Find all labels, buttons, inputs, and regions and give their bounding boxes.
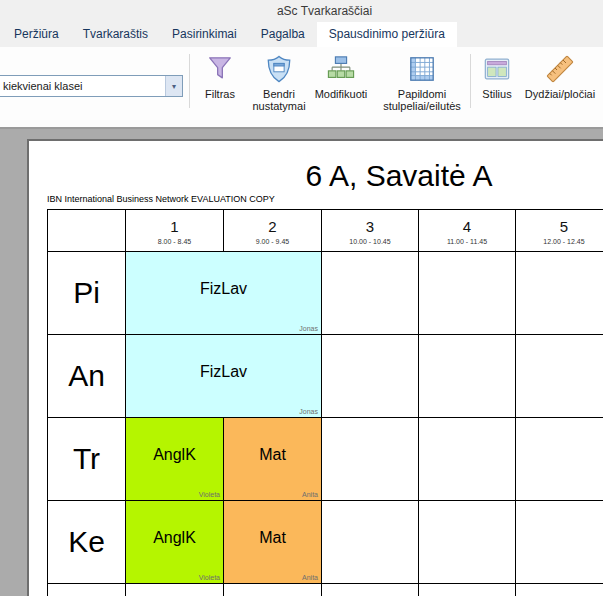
empty-cell	[516, 418, 603, 501]
tab-pasirinkimai[interactable]: Pasirinkimai	[160, 22, 249, 47]
period-time: 9.00 - 9.45	[224, 238, 321, 245]
ribbon-toolbar: kiekvienai klasei ▾ Filtras Bendri nusta…	[0, 47, 603, 127]
empty-cell	[322, 501, 419, 584]
toolbar-separator	[189, 54, 190, 108]
lesson-teacher: Jonas	[299, 325, 318, 332]
period-number: 4	[419, 218, 515, 235]
bendri-nustatymai-button[interactable]: Bendri nustatymai	[248, 52, 310, 112]
lesson-teacher: Violeta	[199, 491, 220, 498]
empty-cell	[516, 501, 603, 584]
lesson-subject: Mat	[224, 446, 321, 464]
grid-icon	[408, 52, 436, 86]
corner-cell	[48, 210, 126, 252]
period-time: 11.00 - 11.45	[419, 238, 515, 245]
class-filter-value: kiekvienai klasei	[0, 80, 165, 92]
window-style-icon	[483, 52, 511, 86]
org-chart-icon	[327, 52, 355, 86]
column-header: 3 10.00 - 10.45	[322, 210, 419, 252]
funnel-icon	[206, 52, 234, 86]
empty-cell	[322, 584, 419, 596]
papildomi-stulpeliai-button[interactable]: Papildomi stulpeliai/eilutės	[376, 52, 468, 112]
empty-cell	[126, 584, 224, 596]
lesson-cell[interactable]: AnglK Violeta	[126, 501, 224, 584]
tab-pagalba[interactable]: Pagalba	[249, 22, 317, 47]
button-label: Stilius	[482, 88, 511, 100]
lesson-cell[interactable]: FizLav Jonas	[126, 335, 322, 418]
titlebar: aSc Tvarkaraščiai	[0, 0, 603, 22]
day-label: An	[48, 335, 126, 418]
lesson-subject: FizLav	[126, 363, 321, 381]
period-number: 5	[516, 218, 603, 235]
button-label: Filtras	[205, 88, 235, 100]
period-time: 8.00 - 8.45	[126, 238, 223, 245]
tab-spausdinimo-perziura[interactable]: Spausdinimo peržiūra	[317, 22, 457, 47]
evaluation-watermark: IBN International Business Network EVALU…	[47, 194, 275, 204]
table-row: Pi FizLav Jonas	[48, 252, 603, 335]
period-time: 12.00 - 12.45	[516, 238, 603, 245]
day-label: Pi	[48, 252, 126, 335]
table-row: Tr AnglK Violeta Mat Anita	[48, 418, 603, 501]
empty-cell	[322, 418, 419, 501]
empty-cell	[419, 335, 516, 418]
lesson-cell[interactable]: AnglK Violeta	[126, 418, 224, 501]
column-header: 2 9.00 - 9.45	[224, 210, 322, 252]
period-number: 3	[322, 218, 418, 235]
period-number: 2	[224, 218, 321, 235]
empty-cell	[322, 335, 419, 418]
lesson-teacher: Violeta	[199, 574, 220, 581]
class-filter-dropdown[interactable]: kiekvienai klasei ▾	[0, 75, 183, 97]
button-label: Modifikuoti	[315, 88, 368, 100]
button-label: Dydžiai/pločiai	[525, 88, 595, 100]
lesson-teacher: Jonas	[299, 408, 318, 415]
timetable-grid: 1 8.00 - 8.45 2 9.00 - 9.45 3 10.00 - 10…	[47, 209, 603, 596]
lesson-subject: Mat	[224, 529, 321, 547]
filtras-button[interactable]: Filtras	[192, 52, 248, 100]
app-window: aSc Tvarkaraščiai Peržiūra Tvarkaraštis …	[0, 0, 603, 596]
app-title: aSc Tvarkaraščiai	[277, 4, 372, 18]
empty-cell	[419, 584, 516, 596]
day-label: Ke	[48, 501, 126, 584]
lesson-teacher: Anita	[302, 491, 318, 498]
table-row: Ke AnglK Violeta Mat Anita	[48, 501, 603, 584]
lesson-subject: AnglK	[126, 446, 223, 464]
tab-tvarkarastis[interactable]: Tvarkaraštis	[71, 22, 160, 47]
day-label	[48, 584, 126, 596]
lesson-cell[interactable]: Mat Anita	[224, 418, 322, 501]
column-header: 5 12.00 - 12.45	[516, 210, 603, 252]
lesson-subject: FizLav	[126, 280, 321, 298]
lesson-subject: AnglK	[126, 529, 223, 547]
period-time: 10.00 - 10.45	[322, 238, 418, 245]
column-header: 1 8.00 - 8.45	[126, 210, 224, 252]
empty-cell	[516, 335, 603, 418]
empty-cell	[322, 252, 419, 335]
column-header: 4 11.00 - 11.45	[419, 210, 516, 252]
lesson-teacher: Anita	[302, 574, 318, 581]
day-label: Tr	[48, 418, 126, 501]
empty-cell	[419, 252, 516, 335]
ruler-icon	[544, 52, 576, 86]
chevron-down-icon[interactable]: ▾	[165, 76, 182, 96]
print-preview-page: 6 A, Savaitė A IBN International Busines…	[27, 139, 603, 596]
dydziai-plociai-button[interactable]: Dydžiai/pločiai	[518, 52, 602, 100]
ribbon-tab-bar: Peržiūra Tvarkaraštis Pasirinkimai Pagal…	[0, 22, 603, 47]
period-number: 1	[126, 218, 223, 235]
table-row: An FizLav Jonas	[48, 335, 603, 418]
empty-cell	[419, 501, 516, 584]
lesson-cell[interactable]: Mat Anita	[224, 501, 322, 584]
table-row	[48, 584, 603, 596]
empty-cell	[516, 584, 603, 596]
button-label: Papildomi stulpeliai/eilutės	[376, 88, 468, 112]
empty-cell	[516, 252, 603, 335]
timetable-title: 6 A, Savaitė A	[179, 159, 603, 193]
modifikuoti-button[interactable]: Modifikuoti	[306, 52, 376, 100]
toolbar-separator	[470, 54, 471, 108]
empty-cell	[224, 584, 322, 596]
preview-workspace: 6 A, Savaitė A IBN International Busines…	[0, 129, 603, 596]
shield-icon	[265, 52, 293, 86]
stilius-button[interactable]: Stilius	[474, 52, 520, 100]
tab-perziura[interactable]: Peržiūra	[2, 22, 71, 47]
button-label: Bendri nustatymai	[248, 88, 310, 112]
empty-cell	[419, 418, 516, 501]
lesson-cell[interactable]: FizLav Jonas	[126, 252, 322, 335]
